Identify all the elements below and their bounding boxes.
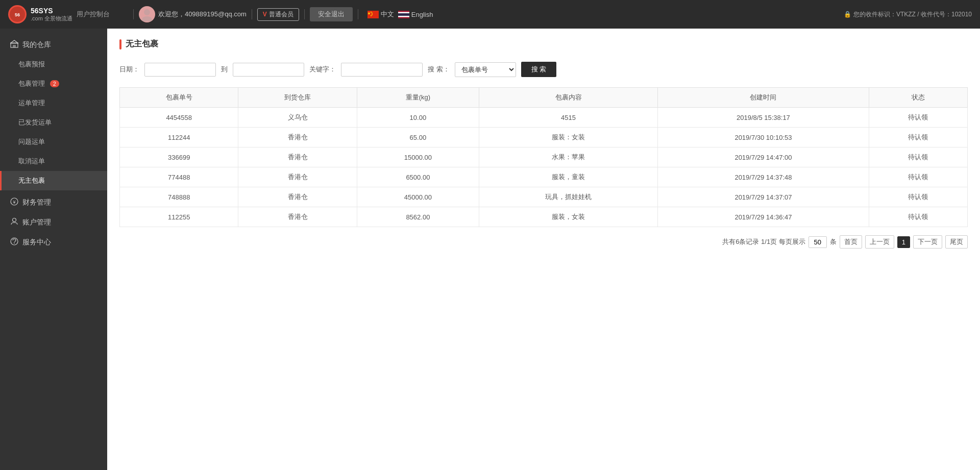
current-page-button[interactable]: 1: [897, 236, 910, 248]
lang-cn-button[interactable]: 中文: [368, 10, 394, 19]
search-type-label: 搜 索：: [428, 65, 450, 74]
sidebar-item-label: 运单管理: [18, 99, 45, 107]
cell-content: 水果：苹果: [479, 147, 657, 167]
cell-weight: 10.00: [357, 108, 479, 128]
lock-icon: 🔒: [844, 11, 851, 18]
sidebar-warehouse-header[interactable]: 我的仓库: [0, 35, 107, 55]
cell-id[interactable]: 112255: [120, 207, 238, 227]
page-size-input[interactable]: [808, 236, 827, 248]
user-greeting: 欢迎您，409889195@qq.com: [158, 10, 247, 19]
pagination-unit: 条: [830, 237, 837, 246]
last-page-button[interactable]: 尾页: [945, 235, 968, 249]
search-button[interactable]: 搜 索: [521, 62, 557, 77]
cell-weight: 6500.00: [357, 167, 479, 187]
v-icon: V: [263, 11, 267, 18]
cell-created: 2019/7/29 14:36:47: [658, 207, 869, 227]
cell-warehouse: 香港仓: [238, 147, 357, 167]
table-row: 112244香港仓65.00服装：女装2019/7/30 10:10:53待认领: [120, 128, 968, 147]
to-label: 到: [221, 65, 228, 74]
date-label: 日期：: [119, 65, 139, 74]
search-bar: 日期： 到 关键字： 搜 索： 包裹单号 包裹内容 到货仓库 搜 索: [119, 62, 968, 77]
cell-content: 服装，童装: [479, 167, 657, 187]
sidebar-item-unclaimed-parcel[interactable]: 无主包裹: [0, 171, 107, 190]
sidebar-service-header[interactable]: 服务中心: [0, 232, 107, 252]
cell-status: 待认领: [869, 187, 967, 207]
prev-page-button[interactable]: 上一页: [865, 235, 894, 249]
cell-id: 336699: [120, 147, 238, 167]
svg-rect-15: [13, 45, 16, 47]
table-header-row: 包裹单号 到货仓库 重量(kg) 包裹内容 创建时间 状态: [120, 88, 968, 108]
col-header-warehouse: 到货仓库: [238, 88, 357, 108]
date-from-input[interactable]: [144, 63, 216, 77]
th-flag-icon: [398, 11, 409, 18]
first-page-button[interactable]: 首页: [840, 235, 862, 249]
logo-subtitle: .com 全景物流通: [31, 15, 72, 22]
sidebar-item-parcel-forecast[interactable]: 包裹预报: [0, 55, 107, 74]
sidebar-item-problem-waybill[interactable]: 问题运单: [0, 132, 107, 152]
sidebar-item-label: 包裹预报: [18, 60, 45, 68]
warehouse-section: 我的仓库 包裹预报 包裹管理 2 运单管理 已发货运单 问题运单 取消运单: [0, 29, 107, 192]
cell-id: 748888: [120, 187, 238, 207]
header-divider-2: [252, 9, 252, 19]
user-info: 欢迎您，409889195@qq.com: [139, 6, 247, 22]
keyword-input[interactable]: [341, 63, 423, 77]
parcel-mgmt-badge: 2: [50, 80, 59, 87]
sidebar-item-waybill-mgmt[interactable]: 运单管理: [0, 93, 107, 113]
member-label: 普通会员: [269, 10, 293, 19]
cell-created: 2019/7/29 14:37:07: [658, 187, 869, 207]
svg-point-18: [13, 218, 16, 222]
svg-text:56: 56: [15, 12, 20, 17]
header-divider-4: [358, 9, 358, 19]
pagination: 共有6条记录 1/1页 每页展示 条 首页 上一页 1 下一页 尾页: [119, 235, 968, 249]
receipt-text: 您的收件标识：VTKZZ / 收件代号：102010: [853, 10, 972, 19]
sidebar-item-label: 问题运单: [18, 138, 45, 145]
col-header-id: 包裹单号: [120, 88, 238, 108]
avatar: [139, 6, 155, 22]
col-header-weight: 重量(kg): [357, 88, 479, 108]
cell-id: 4454558: [120, 108, 238, 128]
svg-text:¥: ¥: [12, 200, 16, 205]
cell-status: 待认领: [869, 207, 967, 227]
logout-button[interactable]: 安全退出: [310, 7, 353, 21]
sidebar-account-header[interactable]: 账户管理: [0, 212, 107, 232]
svg-point-3: [142, 16, 152, 21]
lang-en-label: English: [411, 11, 433, 18]
warehouse-icon: [10, 40, 18, 50]
col-header-created: 创建时间: [658, 88, 869, 108]
control-panel-label: 用户控制台: [77, 10, 110, 19]
sidebar: 我的仓库 包裹预报 包裹管理 2 运单管理 已发货运单 问题运单 取消运单: [0, 29, 107, 470]
parcels-table: 包裹单号 到货仓库 重量(kg) 包裹内容 创建时间 状态 4454558义乌仓…: [119, 87, 968, 227]
svg-rect-12: [398, 13, 409, 16]
pagination-total: 共有6条记录 1/1页 每页展示: [722, 237, 805, 246]
cell-status: 待认领: [869, 147, 967, 167]
service-icon: [10, 237, 18, 247]
cell-id[interactable]: 112244: [120, 128, 238, 147]
next-page-button[interactable]: 下一页: [913, 235, 942, 249]
cell-created: 2019/7/29 14:47:00: [658, 147, 869, 167]
search-type-select[interactable]: 包裹单号 包裹内容 到货仓库: [455, 62, 516, 77]
table-row: 4454558义乌仓10.0045152019/8/5 15:38:17待认领: [120, 108, 968, 128]
cell-created: 2019/7/29 14:37:48: [658, 167, 869, 187]
cell-content: 玩具，抓娃娃机: [479, 187, 657, 207]
header-divider-3: [304, 9, 305, 19]
lang-en-button[interactable]: English: [398, 11, 433, 18]
cell-warehouse: 香港仓: [238, 207, 357, 227]
sidebar-item-label: 包裹管理: [18, 80, 45, 87]
cell-created: 2019/8/5 15:38:17: [658, 108, 869, 128]
cell-weight: 65.00: [357, 128, 479, 147]
sidebar-item-shipped-waybill[interactable]: 已发货运单: [0, 113, 107, 132]
svg-rect-4: [368, 11, 379, 18]
date-to-input[interactable]: [233, 63, 304, 77]
table-row: 336699香港仓15000.00水果：苹果2019/7/29 14:47:00…: [120, 147, 968, 167]
logo-area: 56 56SYS .com 全景物流通 用户控制台: [8, 5, 120, 23]
keyword-label: 关键字：: [309, 65, 336, 74]
sidebar-item-label: 已发货运单: [18, 118, 52, 126]
sidebar-finance-header[interactable]: ¥ 财务管理: [0, 192, 107, 212]
sidebar-item-cancel-waybill[interactable]: 取消运单: [0, 152, 107, 171]
cn-flag-icon: [368, 11, 379, 18]
sidebar-item-parcel-mgmt[interactable]: 包裹管理 2: [0, 74, 107, 93]
table-row: 774488香港仓6500.00服装，童装2019/7/29 14:37:48待…: [120, 167, 968, 187]
service-label: 服务中心: [22, 238, 51, 247]
col-header-status: 状态: [869, 88, 967, 108]
cell-content: 服装，女装: [479, 207, 657, 227]
